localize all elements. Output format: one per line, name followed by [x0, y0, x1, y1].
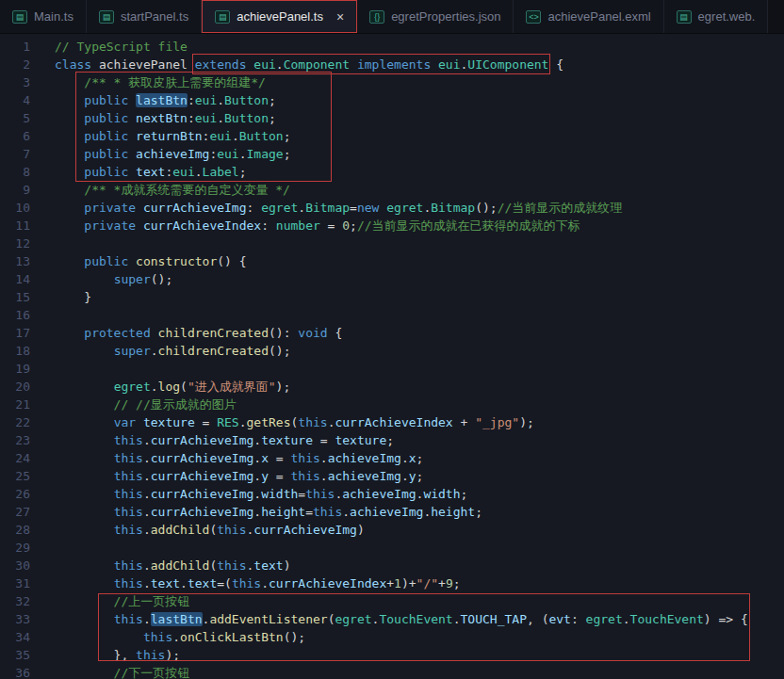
code-line[interactable]: this.currAchieveImg.texture = texture;: [55, 431, 784, 449]
code-token: /** * 获取皮肤上需要的组建*/: [55, 75, 266, 89]
code-token: number: [276, 218, 320, 233]
code-token: currAchieveImg: [151, 487, 254, 501]
code-line[interactable]: this.addChild(this.text): [55, 557, 784, 574]
code-line[interactable]: //下一页按钮: [55, 664, 784, 679]
line-number: 21: [0, 396, 30, 413]
code-token: currAchieveIndex: [269, 576, 386, 590]
code-line[interactable]: this.onClickLastBtn();: [55, 628, 784, 646]
code-token: [55, 380, 114, 394]
code-line[interactable]: private currAchieveIndex: number = 0;//当…: [55, 217, 784, 234]
code-token: this: [298, 415, 327, 429]
tab-egretproperties-json[interactable]: {}egretProperties.json: [357, 0, 514, 33]
code-token: [55, 326, 84, 340]
tab-achievepanel-ts[interactable]: ▤achievePanel.ts×: [202, 0, 357, 33]
code-line[interactable]: [55, 234, 784, 252]
code-line[interactable]: this.addChild(this.currAchieveImg): [55, 521, 784, 539]
tab-label: achievePanel.ts: [237, 9, 323, 24]
code-token: public: [84, 129, 136, 143]
code-line[interactable]: this.currAchieveImg.x = this.achieveImg.…: [55, 449, 784, 467]
code-token: .: [342, 505, 350, 519]
code-token: .: [253, 469, 261, 483]
code-line[interactable]: /** * 获取皮肤上需要的组建*/: [55, 73, 784, 91]
code-token: super: [114, 344, 151, 358]
tab-startpanel-ts[interactable]: ▤startPanel.ts: [87, 0, 202, 33]
line-number: 19: [0, 360, 30, 378]
code-line[interactable]: this.currAchieveImg.height=this.achieveI…: [55, 503, 784, 521]
code-token: this: [217, 558, 246, 573]
code-line[interactable]: //上一页按钮: [55, 592, 784, 610]
code-token: Image: [247, 147, 284, 161]
tab-main-ts[interactable]: ▤Main.ts: [0, 0, 87, 33]
line-number: 31: [0, 574, 30, 592]
code-token: achieveImg: [328, 469, 401, 483]
code-line[interactable]: public text:eui.Label;: [55, 163, 784, 181]
code-line[interactable]: private currAchieveImg: egret.Bitmap=new…: [55, 199, 784, 217]
code-line[interactable]: [55, 306, 784, 324]
code-line[interactable]: public constructor() {: [55, 252, 784, 270]
code-line[interactable]: protected childrenCreated(): void {: [55, 324, 784, 342]
code-token: , (: [527, 612, 548, 626]
code-token: // //显示成就的图片: [55, 397, 237, 412]
code-token: [55, 111, 84, 125]
line-number: 33: [0, 610, 30, 628]
code-line[interactable]: var texture = RES.getRes(this.currAchiev…: [55, 413, 784, 431]
code-line[interactable]: this.currAchieveImg.y = this.achieveImg.…: [55, 467, 784, 485]
code-token: 9: [446, 576, 453, 590]
code-line[interactable]: public achieveImg:eui.Image;: [55, 145, 784, 163]
code-line[interactable]: [55, 539, 784, 557]
line-number: 4: [0, 91, 30, 109]
code-token: y: [409, 469, 416, 483]
code-token: (: [180, 380, 188, 394]
code-token: Component: [284, 57, 357, 72]
code-token: ;: [386, 433, 394, 447]
code-token: [55, 93, 84, 107]
code-token: text: [136, 165, 165, 179]
code-line[interactable]: this.text.text=(this.currAchieveIndex+1)…: [55, 574, 784, 592]
code-token: .: [143, 451, 151, 465]
code-line[interactable]: class achievePanel extends eui.Component…: [55, 56, 784, 73]
code-editor[interactable]: 1234567891011121314151617181920212223242…: [0, 34, 784, 679]
code-token: height: [431, 505, 475, 519]
code-line[interactable]: }, this);: [55, 646, 784, 664]
code-line[interactable]: public lastBtn:eui.Button;: [55, 91, 784, 109]
code-token: ;: [453, 576, 461, 590]
tab-achievepanel-exml[interactable]: <>achievePanel.exml: [514, 0, 663, 33]
code-token: achieveImg: [342, 487, 416, 501]
code-token: .: [253, 433, 261, 447]
code-token: .: [253, 487, 261, 501]
code-token: .: [253, 451, 261, 465]
code-token: ;: [284, 129, 291, 143]
close-tab-icon[interactable]: ×: [336, 9, 344, 24]
code-token: void: [298, 326, 327, 340]
ts-file-icon: ▤: [12, 10, 27, 24]
ts-file-icon: ▤: [99, 10, 114, 24]
code-token: [55, 415, 114, 429]
tab-bar: ▤Main.ts▤startPanel.ts▤achievePanel.ts×{…: [0, 0, 784, 34]
code-token: .: [453, 612, 461, 626]
code-token: ():: [269, 326, 298, 340]
code-line[interactable]: egret.log("进入成就界面");: [55, 378, 784, 396]
code-token: eui: [217, 147, 238, 161]
line-number: 11: [0, 217, 30, 234]
code-line[interactable]: public returnBtn:eui.Button;: [55, 127, 784, 145]
code-token: .: [261, 576, 269, 590]
code-line[interactable]: public nextBtn:eui.Button;: [55, 109, 784, 127]
code-line[interactable]: this.lastBtn.addEventListener(egret.Touc…: [55, 610, 784, 628]
code-line[interactable]: // TypeScript file: [55, 38, 784, 56]
code-line[interactable]: }: [55, 288, 784, 306]
line-number: 27: [0, 503, 30, 521]
code-line[interactable]: /** *成就系统需要的自定义变量 */: [55, 181, 784, 199]
code-line[interactable]: this.currAchieveImg.width=this.achieveIm…: [55, 485, 784, 503]
code-token: [55, 505, 114, 519]
code-line[interactable]: super();: [55, 270, 784, 288]
code-area[interactable]: // TypeScript fileclass achievePanel ext…: [41, 38, 784, 679]
code-token: getRes: [247, 415, 291, 429]
code-line[interactable]: [55, 360, 784, 378]
code-line[interactable]: // //显示成就的图片: [55, 396, 784, 413]
code-token: .: [232, 129, 239, 143]
code-token: text: [188, 576, 217, 590]
tab-egret-web-[interactable]: ▤egret.web.: [664, 0, 769, 33]
line-number: 13: [0, 252, 30, 270]
code-line[interactable]: super.childrenCreated();: [55, 342, 784, 360]
code-token: this: [114, 576, 143, 590]
